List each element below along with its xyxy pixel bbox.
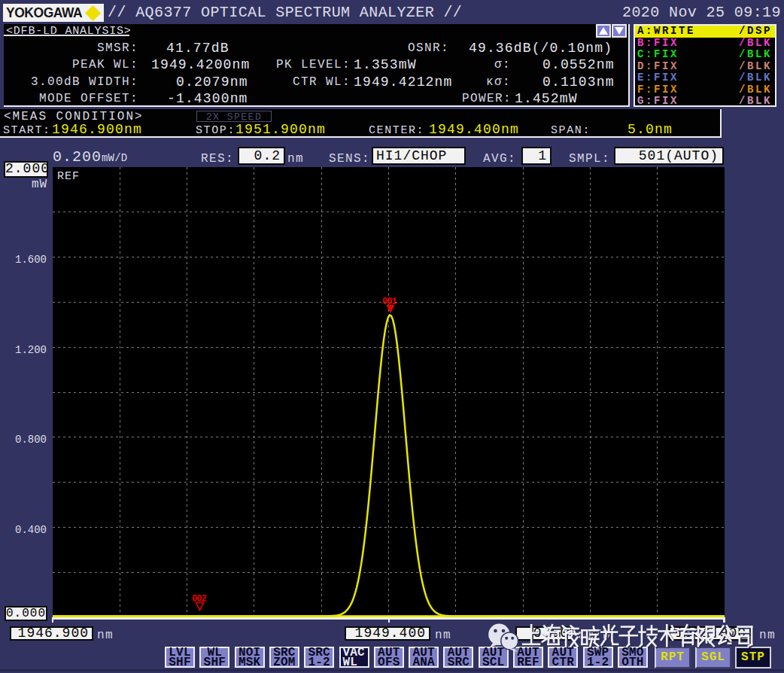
svg-text:002: 002: [192, 594, 206, 604]
svg-text:001: 001: [382, 297, 397, 307]
